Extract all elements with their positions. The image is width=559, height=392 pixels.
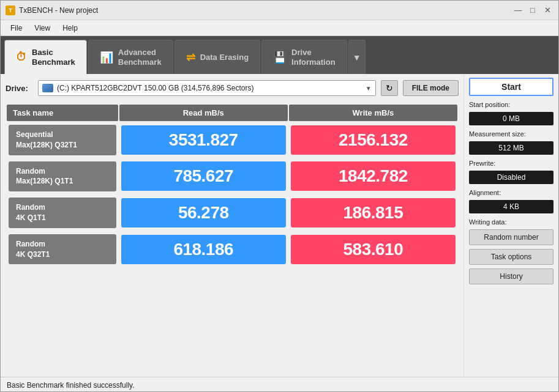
drive-label: Drive:	[6, 84, 33, 93]
file-mode-button[interactable]: FILE mode	[403, 80, 459, 96]
right-panel: Start Start position: 0 MB Measurement s…	[463, 74, 558, 377]
tab-drive-label-line2: Information	[291, 57, 336, 67]
menu-file[interactable]: File	[6, 22, 27, 34]
prewrite-label: Prewrite:	[469, 160, 553, 167]
table-row: Random4K Q1T1 56.278 186.815	[7, 195, 457, 231]
table-row: SequentialMax(128K) Q32T1 3531.827 2156.…	[7, 122, 457, 158]
close-button[interactable]: ✕	[541, 4, 553, 17]
col-task-name: Task name	[7, 105, 118, 121]
basic-benchmark-icon: ⏱	[16, 51, 27, 64]
tab-dropdown-button[interactable]: ▼	[348, 40, 366, 74]
task-name-random-128k: RandomMax(128K) Q1T1	[9, 161, 116, 192]
drive-info-icon: 💾	[273, 51, 287, 64]
tab-drive-information[interactable]: 💾 Drive Information	[261, 40, 347, 74]
task-name-random-4k-q1: Random4K Q1T1	[9, 198, 116, 228]
start-position-value: 0 MB	[469, 112, 553, 125]
task-name-sequential: SequentialMax(128K) Q32T1	[9, 125, 116, 155]
benchmark-table: Task name Read mB/s Write mB/s Sequentia…	[6, 103, 459, 268]
alignment-label: Alignment:	[469, 189, 553, 196]
window-title: TxBENCH - New project	[19, 6, 98, 15]
start-button[interactable]: Start	[469, 78, 553, 96]
drive-row: Drive: (C:) KPART512GBC2DVT 150.00 GB (3…	[6, 80, 459, 96]
read-value-random-128k: 785.627	[121, 161, 286, 191]
tab-erasing-label: Data Erasing	[200, 53, 249, 62]
write-value-random-128k: 1842.782	[291, 161, 456, 191]
task-options-button[interactable]: Task options	[469, 249, 553, 265]
col-write: Write mB/s	[289, 105, 457, 121]
app-icon: T	[6, 6, 15, 15]
advanced-benchmark-icon: 📊	[100, 51, 113, 64]
read-value-random-4k-q1: 56.278	[121, 198, 286, 227]
write-value-random-4k-q1: 186.815	[291, 198, 456, 227]
measurement-size-label: Measurement size:	[469, 130, 553, 138]
drive-select-arrow-icon: ▼	[366, 85, 372, 92]
title-bar-left: T TxBENCH - New project	[6, 6, 98, 15]
read-value-random-4k-q32: 618.186	[121, 235, 286, 264]
drive-value: (C:) KPART512GBC2DVT 150.00 GB (314,576,…	[57, 84, 254, 92]
maximize-button[interactable]: □	[527, 4, 539, 17]
table-row: RandomMax(128K) Q1T1 785.627 1842.782	[7, 159, 457, 194]
tab-advanced-label-line1: Advanced	[118, 48, 162, 57]
tab-advanced-benchmark[interactable]: 📊 Advanced Benchmark	[88, 40, 173, 74]
measurement-size-value: 512 MB	[469, 141, 553, 155]
tab-basic-benchmark[interactable]: ⏱ Basic Benchmark	[4, 40, 87, 74]
writing-data-label: Writing data:	[469, 218, 553, 226]
status-bar: Basic Benchmark finished successfully.	[1, 377, 558, 392]
tab-bar: ⏱ Basic Benchmark 📊 Advanced Benchmark ⇌…	[1, 36, 558, 74]
col-read: Read mB/s	[119, 105, 288, 121]
tab-advanced-label-line2: Benchmark	[118, 57, 162, 67]
status-text: Basic Benchmark finished successfully.	[7, 381, 135, 390]
alignment-value: 4 KB	[469, 200, 553, 213]
menu-view[interactable]: View	[29, 22, 55, 34]
tab-drive-label-line1: Drive	[291, 48, 336, 57]
history-button[interactable]: History	[469, 268, 553, 284]
write-value-random-4k-q32: 583.610	[291, 235, 456, 264]
write-value-sequential: 2156.132	[291, 125, 456, 155]
drive-select[interactable]: (C:) KPART512GBC2DVT 150.00 GB (314,576,…	[38, 80, 376, 96]
left-panel: Drive: (C:) KPART512GBC2DVT 150.00 GB (3…	[1, 74, 463, 377]
writing-data-value[interactable]: Random number	[469, 229, 553, 245]
title-bar: T TxBENCH - New project — □ ✕	[1, 1, 558, 20]
read-value-sequential: 3531.827	[121, 125, 286, 155]
data-erasing-icon: ⇌	[186, 51, 195, 64]
tab-basic-label-line1: Basic	[32, 48, 75, 57]
main-content: Drive: (C:) KPART512GBC2DVT 150.00 GB (3…	[1, 74, 558, 377]
tab-data-erasing[interactable]: ⇌ Data Erasing	[174, 40, 260, 74]
menu-help[interactable]: Help	[58, 22, 83, 34]
tab-basic-label-line2: Benchmark	[32, 57, 75, 67]
prewrite-value: Disabled	[469, 171, 553, 184]
minimize-button[interactable]: —	[512, 4, 524, 17]
drive-icon	[42, 84, 53, 92]
window-controls: — □ ✕	[512, 4, 553, 17]
start-position-label: Start position:	[469, 101, 553, 108]
table-row: Random4K Q32T1 618.186 583.610	[7, 232, 457, 267]
menu-bar: File View Help	[1, 20, 558, 36]
drive-refresh-button[interactable]: ↻	[381, 80, 398, 96]
task-name-random-4k-q32: Random4K Q32T1	[9, 234, 116, 265]
